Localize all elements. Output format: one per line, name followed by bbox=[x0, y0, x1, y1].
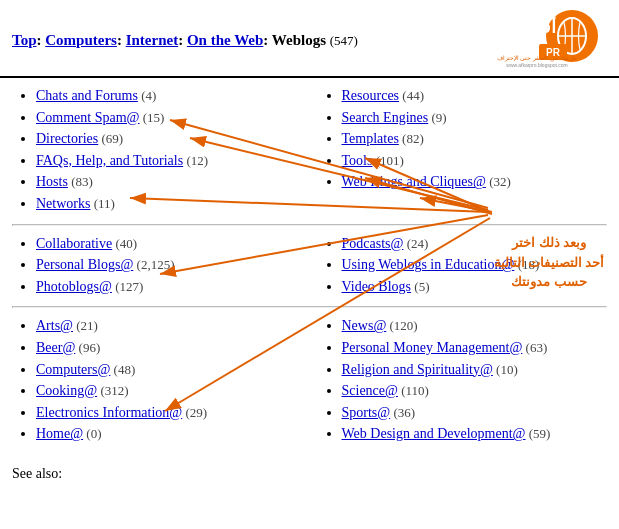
category-link[interactable]: Networks bbox=[36, 196, 90, 211]
category-link[interactable]: Hosts bbox=[36, 174, 68, 189]
count-badge: (96) bbox=[75, 340, 100, 355]
list-item: Beer@ (96) bbox=[36, 338, 302, 358]
list-item: Tools (101) bbox=[342, 151, 608, 171]
count-badge: (101) bbox=[372, 153, 403, 168]
annotation-overlay: وبعد ذلك اختر أحد التصنيفات التالية حسب … bbox=[484, 233, 614, 292]
category-link[interactable]: Search Engines bbox=[342, 110, 429, 125]
list-item: Electronics Information@ (29) bbox=[36, 403, 302, 423]
list-item: Search Engines (9) bbox=[342, 108, 608, 128]
count-badge: (11) bbox=[90, 196, 114, 211]
count-badge: (29) bbox=[182, 405, 207, 420]
count-badge: (127) bbox=[112, 279, 143, 294]
list-item: Resources (44) bbox=[342, 86, 608, 106]
category-link[interactable]: Cooking@ bbox=[36, 383, 97, 398]
count-badge: (82) bbox=[399, 131, 424, 146]
see-also: See also: bbox=[0, 462, 619, 486]
count-badge: (83) bbox=[68, 174, 93, 189]
category-link[interactable]: Web Design and Development@ bbox=[342, 426, 526, 441]
count-badge: (110) bbox=[398, 383, 429, 398]
count-badge: (120) bbox=[386, 318, 417, 333]
count-badge: (48) bbox=[110, 362, 135, 377]
list-item: Hosts (83) bbox=[36, 172, 302, 192]
count-badge: (0) bbox=[83, 426, 101, 441]
count-badge: (63) bbox=[522, 340, 547, 355]
count-badge: (4) bbox=[138, 88, 156, 103]
category-link[interactable]: Web Rings and Cliques@ bbox=[342, 174, 486, 189]
category-link[interactable]: Sports@ bbox=[342, 405, 391, 420]
category-link[interactable]: Photoblogs@ bbox=[36, 279, 112, 294]
count-badge: (10) bbox=[493, 362, 518, 377]
section1-right: Resources (44)Search Engines (9)Template… bbox=[310, 86, 608, 216]
logo-area: PR أفكار طريقك من الصفر حتى الإحتراف www… bbox=[467, 8, 607, 72]
section3-left: Arts@ (21)Beer@ (96)Computers@ (48)Cooki… bbox=[12, 316, 310, 446]
breadcrumb-top[interactable]: Top bbox=[12, 32, 36, 48]
svg-text:طريقك من الصفر حتى الإحتراف: طريقك من الصفر حتى الإحتراف bbox=[497, 55, 577, 62]
count-badge: (44) bbox=[399, 88, 424, 103]
list-item: Networks (11) bbox=[36, 194, 302, 214]
list-item: Directories (69) bbox=[36, 129, 302, 149]
list-item: Sports@ (36) bbox=[342, 403, 608, 423]
count-badge: (21) bbox=[73, 318, 98, 333]
category-link[interactable]: Templates bbox=[342, 131, 399, 146]
list-item: Templates (82) bbox=[342, 129, 608, 149]
category-link[interactable]: Personal Blogs@ bbox=[36, 257, 133, 272]
count-badge: (312) bbox=[97, 383, 128, 398]
list-item: Web Rings and Cliques@ (32) bbox=[342, 172, 608, 192]
breadcrumb-current: Weblogs bbox=[272, 32, 326, 48]
list-item: Home@ (0) bbox=[36, 424, 302, 444]
breadcrumb-on-the-web[interactable]: On the Web bbox=[187, 32, 263, 48]
count-badge: (9) bbox=[428, 110, 446, 125]
breadcrumb-computers[interactable]: Computers bbox=[45, 32, 117, 48]
breadcrumb-internet[interactable]: Internet bbox=[126, 32, 179, 48]
annotation-text: وبعد ذلك اختر أحد التصنيفات التالية حسب … bbox=[484, 233, 614, 292]
list-item: Photoblogs@ (127) bbox=[36, 277, 302, 297]
category-link[interactable]: FAQs, Help, and Tutorials bbox=[36, 153, 183, 168]
section1-left: Chats and Forums (4)Comment Spam@ (15)Di… bbox=[12, 86, 310, 216]
count-badge: (59) bbox=[526, 426, 551, 441]
category-link[interactable]: Arts@ bbox=[36, 318, 73, 333]
section-3: Arts@ (21)Beer@ (96)Computers@ (48)Cooki… bbox=[12, 316, 607, 446]
svg-text:www.afkarpro.blogspot.com: www.afkarpro.blogspot.com bbox=[506, 62, 567, 68]
category-link[interactable]: Collaborative bbox=[36, 236, 112, 251]
list-item: Personal Blogs@ (2,125) bbox=[36, 255, 302, 275]
breadcrumb: Top: Computers: Internet: On the Web: We… bbox=[12, 32, 358, 49]
list-item: Web Design and Development@ (59) bbox=[342, 424, 608, 444]
category-link[interactable]: Chats and Forums bbox=[36, 88, 138, 103]
count-badge: (5) bbox=[411, 279, 429, 294]
category-link[interactable]: Electronics Information@ bbox=[36, 405, 182, 420]
category-link[interactable]: Comment Spam@ bbox=[36, 110, 140, 125]
svg-text:أفكار: أفكار bbox=[517, 14, 556, 38]
count-badge: (12) bbox=[183, 153, 208, 168]
list-item: FAQs, Help, and Tutorials (12) bbox=[36, 151, 302, 171]
category-link[interactable]: Computers@ bbox=[36, 362, 110, 377]
list-item: Collaborative (40) bbox=[36, 234, 302, 254]
count-badge: (36) bbox=[390, 405, 415, 420]
logo-icon: PR أفكار طريقك من الصفر حتى الإحتراف www… bbox=[467, 8, 607, 68]
category-link[interactable]: Podcasts@ bbox=[342, 236, 404, 251]
category-link[interactable]: Resources bbox=[342, 88, 400, 103]
count-badge: (69) bbox=[98, 131, 123, 146]
count-badge: (2,125) bbox=[133, 257, 174, 272]
category-link[interactable]: Video Blogs bbox=[342, 279, 412, 294]
breadcrumb-count: (547) bbox=[330, 33, 358, 48]
count-badge: (15) bbox=[140, 110, 165, 125]
category-link[interactable]: Tools bbox=[342, 153, 373, 168]
category-link[interactable]: Science@ bbox=[342, 383, 398, 398]
list-item: Cooking@ (312) bbox=[36, 381, 302, 401]
category-link[interactable]: Home@ bbox=[36, 426, 83, 441]
count-badge: (40) bbox=[112, 236, 137, 251]
category-link[interactable]: Directories bbox=[36, 131, 98, 146]
list-item: Personal Money Management@ (63) bbox=[342, 338, 608, 358]
list-item: Computers@ (48) bbox=[36, 360, 302, 380]
list-item: Arts@ (21) bbox=[36, 316, 302, 336]
section2-left: Collaborative (40)Personal Blogs@ (2,125… bbox=[12, 234, 310, 299]
category-link[interactable]: News@ bbox=[342, 318, 387, 333]
category-link[interactable]: Religion and Spirituality@ bbox=[342, 362, 493, 377]
section-1: Chats and Forums (4)Comment Spam@ (15)Di… bbox=[12, 86, 607, 216]
list-item: News@ (120) bbox=[342, 316, 608, 336]
count-badge: (32) bbox=[486, 174, 511, 189]
category-link[interactable]: Personal Money Management@ bbox=[342, 340, 523, 355]
divider-1 bbox=[12, 224, 607, 226]
category-link[interactable]: Beer@ bbox=[36, 340, 75, 355]
list-item: Science@ (110) bbox=[342, 381, 608, 401]
